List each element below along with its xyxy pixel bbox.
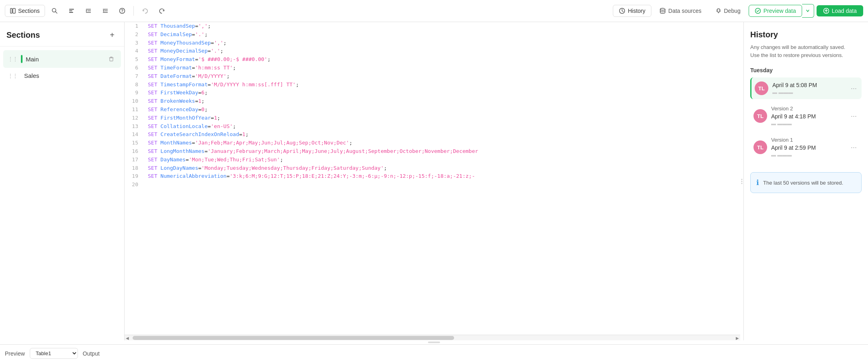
value: 'Jan;Feb;Mar;Apr;May;Jun;Jul;Aug;Sep;Oct… bbox=[195, 140, 349, 146]
svg-rect-6 bbox=[69, 12, 73, 13]
scrollbar-thumb[interactable] bbox=[133, 336, 454, 340]
keyword: SET bbox=[148, 56, 157, 62]
line-code-14: SET CreateSearchIndexOnReload=1; bbox=[145, 130, 740, 139]
resize-bar[interactable] bbox=[0, 340, 868, 344]
line-code-3: SET MoneyThousandSep=','; bbox=[145, 39, 740, 47]
history-item-v1[interactable]: TL Version 1 April 9 at 2:59 PM ▬ ▬▬▬ ··… bbox=[750, 133, 862, 162]
separator-1 bbox=[133, 6, 134, 16]
operator: ; bbox=[233, 65, 236, 71]
horizontal-scrollbar[interactable]: ◀ ▶ bbox=[125, 335, 740, 340]
line-number-16: 16 bbox=[125, 147, 145, 156]
identifier: CreateSearchIndexOnReload bbox=[157, 131, 239, 137]
help-icon: ? bbox=[119, 8, 125, 14]
history-item-v2[interactable]: TL Version 2 April 9 at 4:18 PM ▬ ▬▬▬ ··… bbox=[750, 102, 862, 130]
table-select[interactable]: Table1 bbox=[30, 348, 78, 359]
value: 'January;February;March;April;May;June;J… bbox=[208, 148, 478, 154]
sidebar-items: ⋮⋮ Main ⋮⋮ Sales bbox=[0, 47, 124, 340]
identifier: FirstMonthOfYear bbox=[157, 115, 211, 121]
keyword: SET bbox=[148, 148, 157, 154]
operator: ; bbox=[246, 131, 249, 137]
operator: ; bbox=[205, 106, 208, 112]
history-version-badge-v2: Version 2 bbox=[771, 106, 845, 112]
undo-button[interactable] bbox=[138, 4, 152, 18]
avatar-v2: TL bbox=[753, 109, 767, 123]
history-item-preview-v2: ▬ ▬▬▬ bbox=[771, 121, 845, 126]
code-line-6: 6SET TimeFormat='h:mm:ss TT'; bbox=[125, 64, 740, 72]
preview-load-group: Preview data bbox=[749, 4, 814, 18]
history-day-label: Tuesday bbox=[750, 67, 862, 73]
history-item-dots-current[interactable]: ··· bbox=[849, 83, 858, 94]
keyword: SET bbox=[148, 40, 157, 46]
vertical-resize-handle[interactable] bbox=[740, 22, 743, 340]
indent-button[interactable] bbox=[81, 4, 96, 18]
line-code-4: SET MoneyDecimalSep='.'; bbox=[145, 47, 740, 55]
avatar-v1: TL bbox=[753, 140, 767, 154]
line-code-18: SET LongDayNames='Monday;Tuesday;Wednesd… bbox=[145, 164, 740, 173]
history-label: History bbox=[628, 8, 645, 14]
operator: = bbox=[198, 165, 201, 171]
keyword: SET bbox=[148, 23, 157, 29]
editor-area: 1SET ThousandSep=',';2SET DecimalSep='.'… bbox=[125, 22, 740, 340]
identifier: LongDayNames bbox=[157, 165, 198, 171]
datasources-icon bbox=[659, 8, 666, 14]
output-tab[interactable]: Output bbox=[83, 350, 100, 357]
keyword: SET bbox=[148, 89, 157, 96]
keyword: SET bbox=[148, 81, 157, 87]
line-number-9: 9 bbox=[125, 89, 145, 97]
code-line-13: 13SET CollationLocale='en-US'; bbox=[125, 122, 740, 131]
operator: ; bbox=[220, 48, 223, 54]
datasources-button[interactable]: Data sources bbox=[654, 5, 707, 16]
datasources-label: Data sources bbox=[668, 8, 701, 14]
history-subtitle: Any changes will be automatically saved.… bbox=[750, 43, 862, 59]
preview-data-label: Preview data bbox=[764, 8, 796, 14]
operator: = bbox=[227, 173, 230, 179]
history-item-dots-v2[interactable]: ··· bbox=[849, 111, 858, 121]
line-number-7: 7 bbox=[125, 72, 145, 81]
preview-data-button[interactable]: Preview data bbox=[749, 5, 802, 17]
sidebar-item-label-sales: Sales bbox=[21, 72, 116, 79]
line-code-6: SET TimeFormat='h:mm:ss TT'; bbox=[145, 64, 740, 72]
history-button[interactable]: History bbox=[613, 5, 651, 17]
format-button[interactable] bbox=[64, 4, 79, 18]
history-item-dots-v1[interactable]: ··· bbox=[849, 142, 858, 153]
operator: ; bbox=[217, 115, 220, 121]
redo-button[interactable] bbox=[155, 4, 169, 18]
history-item-current[interactable]: TL April 9 at 5:08 PM ▬ ▬▬▬ ··· bbox=[750, 77, 862, 99]
debug-label: Debug bbox=[724, 8, 741, 14]
value: 'h:mm:ss TT' bbox=[195, 65, 233, 71]
scroll-left[interactable]: ◀ bbox=[125, 335, 130, 340]
svg-rect-0 bbox=[10, 8, 12, 13]
identifier: ReferenceDay bbox=[157, 106, 198, 112]
svg-rect-1 bbox=[13, 8, 15, 13]
code-line-17: 17SET DayNames='Mon;Tue;Wed;Thu;Fri;Sat;… bbox=[125, 156, 740, 164]
code-editor[interactable]: 1SET ThousandSep=',';2SET DecimalSep='.'… bbox=[125, 22, 740, 335]
history-version-badge-v1: Version 1 bbox=[771, 137, 845, 143]
keyword: SET bbox=[148, 157, 157, 163]
line-number-17: 17 bbox=[125, 156, 145, 164]
delete-main-button[interactable] bbox=[106, 54, 116, 64]
preview-data-dropdown[interactable] bbox=[802, 4, 814, 18]
search-button[interactable] bbox=[47, 4, 62, 18]
sections-toggle-button[interactable]: Sections bbox=[5, 5, 45, 17]
code-line-10: 10SET BrokenWeeks=1; bbox=[125, 97, 740, 106]
sidebar-item-main[interactable]: ⋮⋮ Main bbox=[3, 50, 121, 68]
scroll-right[interactable]: ▶ bbox=[735, 335, 740, 340]
debug-button[interactable]: Debug bbox=[710, 5, 746, 16]
resize-handle[interactable] bbox=[428, 342, 440, 343]
line-number-18: 18 bbox=[125, 164, 145, 173]
line-number-5: 5 bbox=[125, 55, 145, 64]
sidebar-item-sales[interactable]: ⋮⋮ Sales bbox=[3, 68, 121, 83]
identifier: MoneyThousandSep bbox=[157, 40, 211, 46]
help-button[interactable]: ? bbox=[115, 4, 129, 18]
svg-rect-26 bbox=[110, 58, 113, 61]
preview-tab[interactable]: Preview bbox=[5, 350, 25, 357]
add-section-button[interactable]: + bbox=[106, 29, 118, 41]
line-number-15: 15 bbox=[125, 139, 145, 147]
load-data-button[interactable]: Load data bbox=[817, 5, 863, 16]
svg-text:?: ? bbox=[121, 9, 123, 13]
svg-line-3 bbox=[55, 12, 57, 13]
outdent-button[interactable] bbox=[98, 4, 113, 18]
identifier: MoneyDecimalSep bbox=[157, 48, 207, 54]
code-line-9: 9SET FirstWeekDay=6; bbox=[125, 89, 740, 97]
svg-rect-5 bbox=[69, 10, 72, 11]
